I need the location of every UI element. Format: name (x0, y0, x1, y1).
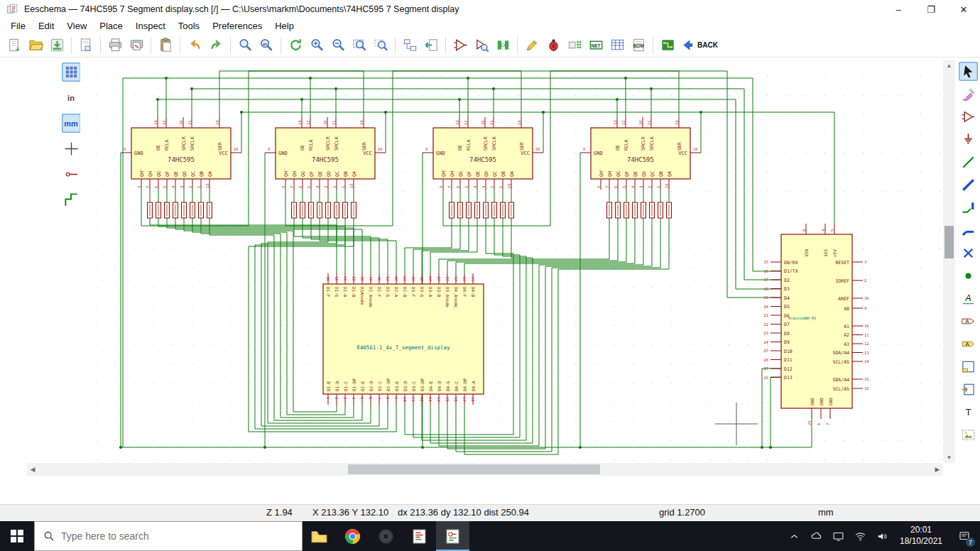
place-symbol-button[interactable] (959, 107, 978, 126)
footprint-editor-button[interactable] (492, 36, 513, 55)
zoom-out-button[interactable] (327, 36, 349, 55)
vertical-scrollbar[interactable]: ▲ ▼ (943, 60, 955, 463)
notification-center-button[interactable]: 7 (949, 521, 980, 551)
scroll-right-arrow[interactable]: ▶ (932, 463, 943, 476)
back-annotate-button[interactable]: BACK (678, 36, 719, 55)
hierarchical-sheet-button[interactable] (959, 357, 978, 376)
hierarchical-label-button[interactable]: A (959, 334, 978, 354)
refresh-button[interactable] (285, 36, 306, 55)
vertical-scroll-thumb[interactable] (944, 226, 954, 258)
select-tool-button[interactable] (959, 62, 978, 81)
page-settings-button[interactable] (75, 36, 97, 55)
menu-place[interactable]: Place (93, 19, 129, 33)
svg-text:23: 23 (763, 331, 768, 335)
menu-help[interactable]: Help (268, 19, 300, 33)
menu-inspect[interactable]: Inspect (129, 19, 172, 33)
tray-display[interactable] (827, 521, 849, 551)
open-schematic-button[interactable] (25, 36, 46, 55)
minimize-button[interactable]: – (882, 0, 915, 18)
place-wire-button[interactable] (959, 153, 978, 172)
new-schematic-button[interactable]: + (4, 36, 25, 55)
menu-preferences[interactable]: Preferences (206, 19, 268, 33)
hierarchy-navigator-button[interactable] (399, 36, 420, 55)
taskbar-app-file-explorer[interactable] (303, 521, 336, 551)
tray-tray-expand[interactable] (783, 521, 805, 551)
display-e40561[interactable]: E40561-1_4x_7_segment_displayD1-F36D1-G3… (323, 273, 484, 405)
print-button[interactable] (104, 36, 126, 55)
horizontal-scroll-thumb[interactable] (348, 464, 600, 474)
place-bus-button[interactable] (959, 175, 978, 195)
zoom-fit-button[interactable] (349, 36, 370, 55)
no-connect-flag-button[interactable] (959, 244, 978, 263)
save-button[interactable] (46, 36, 67, 55)
net-label-button[interactable]: A (959, 289, 978, 308)
maximize-button[interactable]: ❐ (915, 0, 947, 18)
ic-74hc595-3[interactable]: 74HC595OE13RCLK12SRCLR10SRCLK11SER14QH'9… (423, 117, 543, 218)
symbol-fields-table-button[interactable] (606, 36, 628, 55)
symbol-editor-button[interactable] (450, 36, 471, 55)
svg-text:AREF: AREF (838, 296, 849, 302)
tray-wifi[interactable] (849, 521, 871, 551)
wire-to-bus-entry-button[interactable] (959, 198, 978, 217)
close-button[interactable]: ✕ (947, 0, 980, 18)
run-pcbnew-button[interactable] (657, 36, 678, 55)
find-replace-button[interactable]: ab (256, 36, 277, 55)
menu-file[interactable]: File (4, 19, 32, 33)
bom-button[interactable]: BOM (628, 36, 649, 55)
schematic-drawing[interactable]: 74HC595OE13RCLK12SRCLR10SRCLK11SER14QH'9… (80, 60, 943, 463)
scroll-up-arrow[interactable]: ▲ (943, 60, 955, 71)
units-inches-button[interactable]: in (62, 88, 81, 107)
zoom-selection-button[interactable] (370, 36, 391, 55)
menu-tools[interactable]: Tools (172, 19, 206, 33)
place-image-button[interactable] (959, 425, 978, 444)
clock-date: 18/10/2021 (893, 536, 949, 547)
hv-wires-button[interactable] (62, 190, 81, 209)
ic-74hc595-2[interactable]: 74HC595OE13RCLK12SRCLR10SRCLK11SER14QH'9… (265, 117, 386, 218)
hidden-pins-button[interactable] (62, 165, 81, 184)
assign-footprints-button[interactable] (564, 36, 585, 55)
place-junction-button[interactable] (959, 266, 978, 285)
highlight-net-button[interactable] (959, 84, 978, 104)
scroll-down-arrow[interactable]: ▼ (943, 452, 955, 463)
tray-volume[interactable] (871, 521, 893, 551)
leave-sheet-button[interactable] (420, 36, 442, 55)
ic-74hc595-1[interactable]: 74HC595OE13RCLK12SRCLR10SRCLK11SER14QH'9… (121, 117, 241, 218)
svg-text:GND: GND (810, 398, 815, 405)
bus-to-bus-entry-button[interactable] (959, 221, 978, 240)
units-mm-button[interactable]: mm (62, 114, 81, 133)
menu-edit[interactable]: Edit (32, 19, 60, 33)
menu-view[interactable]: View (60, 19, 93, 33)
plot-button[interactable] (126, 36, 147, 55)
zoom-in-button[interactable] (306, 36, 327, 55)
horizontal-scrollbar[interactable]: ◀ ▶ (27, 463, 943, 476)
annotate-button[interactable] (521, 36, 543, 55)
cursor-shape-button[interactable] (62, 139, 81, 158)
grid-visibility-button[interactable] (62, 62, 81, 82)
netlist-button[interactable]: NET (585, 36, 606, 55)
place-power-port-button[interactable] (959, 130, 978, 149)
taskbar-app-eeschema[interactable] (436, 521, 469, 551)
scroll-left-arrow[interactable]: ◀ (27, 463, 38, 476)
taskbar-clock[interactable]: 20:01 18/10/2021 (893, 525, 949, 547)
erc-button[interactable] (543, 36, 564, 55)
undo-button[interactable] (184, 36, 205, 55)
arduino-uno-r3[interactable]: ArduinoUNO_R3D0/RX15D1/TX16D217D318D419D… (763, 224, 869, 425)
global-label-button[interactable]: A (959, 312, 978, 331)
start-button[interactable] (0, 521, 34, 551)
taskbar-app-camera-app[interactable] (369, 521, 403, 551)
redo-button[interactable] (205, 36, 227, 55)
symbol-browser-button[interactable] (471, 36, 492, 55)
taskbar-app-chrome[interactable] (336, 521, 369, 551)
import-sheet-pin-button[interactable] (959, 380, 978, 399)
find-button[interactable] (234, 36, 256, 55)
schematic-canvas-area[interactable]: 74HC595OE13RCLK12SRCLR10SRCLK11SER14QH'9… (80, 60, 943, 463)
svg-text:RCLK: RCLK (308, 139, 314, 151)
svg-text:SRCLR: SRCLR (325, 136, 331, 151)
taskbar-search[interactable] (34, 521, 303, 551)
place-text-button[interactable]: T (959, 403, 978, 422)
taskbar-app-kicad[interactable] (403, 521, 436, 551)
search-input[interactable] (61, 530, 267, 542)
ic-74hc595-4[interactable]: 74HC595OE13RCLK12SRCLR10SRCLK11SER14QH'9… (580, 117, 701, 218)
tray-onedrive[interactable] (805, 521, 827, 551)
paste-button[interactable] (155, 36, 176, 55)
